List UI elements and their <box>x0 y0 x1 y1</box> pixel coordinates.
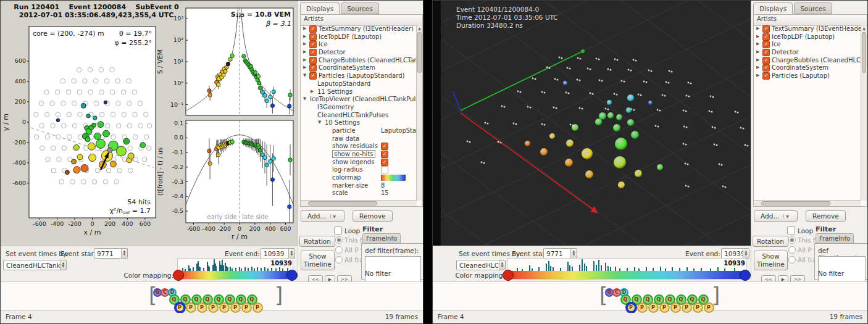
artists-vscrollbar[interactable]: ▲ <box>416 25 422 201</box>
artist-checkbox[interactable]: ✓ <box>762 25 770 33</box>
spinner-arrows-icon[interactable]: ▲▼ <box>121 249 127 258</box>
frame-timeline[interactable]: []GCDQPQPQPQPQPQPQPQP <box>1 281 423 313</box>
artist-checkbox[interactable]: ✓ <box>309 72 317 80</box>
expand-icon[interactable]: ▶ <box>303 65 306 70</box>
radio-all-p-frames[interactable]: All P fra <box>335 246 364 256</box>
artists-list[interactable]: ▶✓TextSummary (I3EventHeader)▶✓IceTopLDF… <box>754 25 861 201</box>
artist-row[interactable]: ▶✓Detector <box>754 49 861 57</box>
radio-icon[interactable] <box>788 246 796 254</box>
scrollbar-thumb[interactable] <box>417 32 422 73</box>
tab-sources[interactable]: Sources <box>794 2 832 14</box>
rotation-button[interactable]: Rotation <box>753 236 788 247</box>
event-start-spinner[interactable]: 9771▲▼ <box>94 248 128 259</box>
artist-row[interactable]: ▶✓IceTopLDF (Laputop) <box>754 33 861 41</box>
radio-icon[interactable] <box>788 236 796 244</box>
radio-all-frames[interactable]: All fram <box>788 256 817 266</box>
tab-frameinfo[interactable]: FrameInfo <box>816 233 854 244</box>
artist-row[interactable]: ▶✓ChargeBubbles (CleanedHLCTank... <box>754 57 861 65</box>
scroll-up-icon[interactable]: ▲ <box>861 25 867 31</box>
radio-icon[interactable] <box>335 246 343 254</box>
spinner-arrows-icon[interactable]: ▲▼ <box>743 249 749 258</box>
colorbar-end-knob[interactable] <box>286 270 298 281</box>
collapse-icon[interactable]: ▼ <box>303 73 306 78</box>
frame-chip-p[interactable]: P <box>704 302 714 313</box>
artist-row[interactable]: ▶✓CoordinateSystem <box>301 64 417 72</box>
artist-row[interactable]: log-radius <box>301 166 417 174</box>
setting-value[interactable]: LaputopSta <box>381 127 416 134</box>
expand-icon[interactable]: ▶ <box>303 57 306 62</box>
tab-sources[interactable]: Sources <box>341 2 379 14</box>
frame-chip-p-selected[interactable]: P <box>625 302 637 314</box>
artist-row[interactable]: LaputopStandard <box>301 80 417 88</box>
frame-chip-p-selected[interactable]: P <box>174 302 186 314</box>
spinner-arrows-icon[interactable]: ▲▼ <box>288 249 294 258</box>
radio-this-frame[interactable]: This fra <box>788 236 817 246</box>
artist-row[interactable]: ▼10 Settings <box>301 119 417 127</box>
artist-row[interactable]: show no-hits✓ <box>301 151 417 159</box>
artist-row[interactable]: ▶✓Particles (Laputop) <box>754 72 861 80</box>
add-artist-button[interactable]: Add...▼ <box>301 210 344 222</box>
scrollbar-thumb[interactable] <box>761 201 830 206</box>
tab-frameinfo[interactable]: FrameInfo <box>362 233 401 244</box>
artist-checkbox[interactable]: ✓ <box>309 64 317 72</box>
setting-checkbox[interactable]: ✓ <box>381 151 388 158</box>
expand-icon[interactable]: ▶ <box>756 65 759 70</box>
rotation-button[interactable]: Rotation <box>299 236 335 247</box>
frame-chip-p[interactable]: P <box>252 302 263 313</box>
detector-3d-view[interactable]: Event 120401/1200084-0 Time 2012-07-01 0… <box>433 1 751 246</box>
artist-row[interactable]: ▼IceTopViewer (CleanedHLCTankPulses) <box>301 96 417 104</box>
spinner-arrows-icon[interactable]: ▲▼ <box>570 249 577 258</box>
artist-row[interactable]: ▶✓Detector <box>301 49 417 57</box>
artist-checkbox[interactable]: ✓ <box>309 41 317 48</box>
event-end-spinner[interactable]: 10939▲▼ <box>261 248 295 259</box>
setting-checkbox[interactable] <box>381 166 388 173</box>
artist-checkbox[interactable]: ✓ <box>762 64 770 72</box>
expand-icon[interactable]: ▶ <box>756 73 759 78</box>
tab-displays[interactable]: Displays <box>300 2 340 14</box>
artist-row[interactable]: particleLaputopSta <box>301 127 417 135</box>
setting-value[interactable]: 15 <box>381 189 389 196</box>
scrollbar-thumb[interactable] <box>308 201 377 206</box>
expand-icon[interactable]: ▶ <box>311 89 314 94</box>
expand-icon[interactable]: ▶ <box>756 49 759 54</box>
artist-checkbox[interactable]: ✓ <box>762 33 770 41</box>
artist-row[interactable]: ▶✓ChargeBubbles (CleanedHLCTankP <box>301 57 417 65</box>
artist-row[interactable]: CleanedHLCTankPulses <box>301 112 417 120</box>
artist-checkbox[interactable]: ✓ <box>309 49 317 56</box>
event-end-spinner[interactable]: 10939▲▼ <box>721 248 749 259</box>
artist-row[interactable]: ▶✓Ice <box>754 41 861 49</box>
frame-timeline[interactable]: []GCDQPQPQPQPQPQPQPQP <box>433 281 867 313</box>
artists-list[interactable]: ▶✓TextSummary (I3EventHeader)▶✓IceTopLDF… <box>301 25 417 201</box>
setting-checkbox[interactable]: ✓ <box>381 143 388 150</box>
pulse-source-combo[interactable]: CleanedHLCTank▲▼ <box>456 260 506 270</box>
loop-checkbox-row[interactable]: Loop <box>334 226 360 235</box>
collapse-icon[interactable]: ▼ <box>303 96 306 101</box>
artist-row[interactable]: raw data <box>301 135 417 143</box>
artists-vscrollbar[interactable]: ▲ <box>861 25 867 201</box>
artist-row[interactable]: ▶✓CoordinateSystem <box>754 64 861 72</box>
spinner-arrows-icon[interactable]: ▲▼ <box>499 260 505 270</box>
colorbar-start-knob[interactable] <box>173 270 184 281</box>
artist-row[interactable]: I3Geometry <box>301 104 417 112</box>
expand-icon[interactable]: ▶ <box>303 49 306 54</box>
artist-checkbox[interactable]: ✓ <box>762 49 770 56</box>
setting-value[interactable]: 8 <box>381 182 385 189</box>
show-timeline-button[interactable]: ShowTimeline <box>754 251 788 270</box>
add-artist-button[interactable]: Add...▼ <box>754 210 798 222</box>
remove-artist-button[interactable]: Remove <box>806 210 846 222</box>
artist-row[interactable]: ▼✓Particles (LaputopStandard) <box>301 72 417 80</box>
artist-checkbox[interactable]: ✓ <box>762 72 770 80</box>
setting-checkbox[interactable]: ✓ <box>381 159 388 166</box>
expand-icon[interactable]: ▶ <box>756 26 759 31</box>
time-colorbar[interactable]: 10939 <box>177 258 293 280</box>
expand-icon[interactable]: ▶ <box>303 34 306 39</box>
expand-icon[interactable]: ▶ <box>303 26 306 31</box>
radio-icon[interactable] <box>335 256 343 264</box>
radio-all-p-frames[interactable]: All P fra <box>788 246 817 256</box>
show-timeline-button[interactable]: ShowTimeline <box>301 251 335 270</box>
collapse-icon[interactable]: ▼ <box>318 120 321 125</box>
artists-hscrollbar[interactable] <box>301 200 417 206</box>
loop-checkbox-row[interactable]: Loop <box>787 226 813 235</box>
radio-this-frame[interactable]: This fra <box>335 236 364 246</box>
radio-all-frames[interactable]: All fram <box>335 256 364 266</box>
